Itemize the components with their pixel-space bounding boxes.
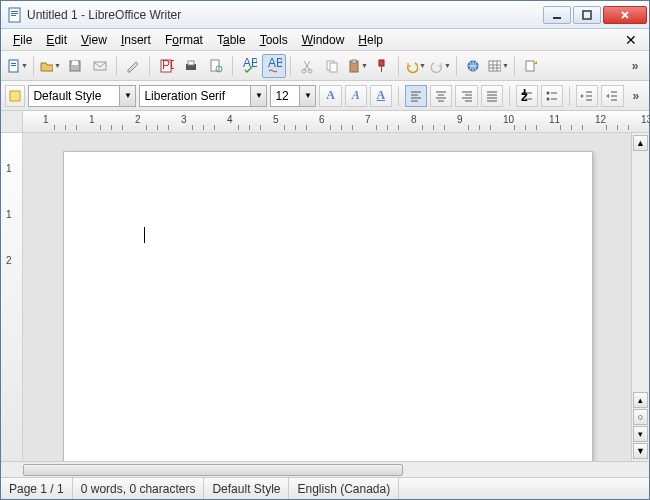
copy-button[interactable]	[320, 54, 344, 78]
status-language[interactable]: English (Canada)	[289, 478, 399, 499]
align-left-button[interactable]	[405, 85, 427, 107]
status-style[interactable]: Default Style	[204, 478, 289, 499]
open-button[interactable]: ▼	[38, 54, 62, 78]
italic-button[interactable]: A	[345, 85, 367, 107]
font-size-combo[interactable]: ▼	[270, 85, 316, 107]
window-title: Untitled 1 - LibreOffice Writer	[27, 8, 543, 22]
svg-rect-10	[72, 61, 78, 65]
svg-rect-27	[381, 66, 382, 72]
text-cursor	[144, 227, 145, 243]
page[interactable]	[63, 151, 593, 461]
close-document-button[interactable]: ✕	[619, 32, 643, 48]
ruler-mark: 8	[411, 114, 417, 125]
menu-window[interactable]: Window	[296, 31, 351, 49]
menu-file[interactable]: File	[7, 31, 38, 49]
save-button[interactable]	[63, 54, 87, 78]
underline-button[interactable]: A	[370, 85, 392, 107]
font-name-dropdown[interactable]: ▼	[250, 86, 266, 106]
menu-insert[interactable]: Insert	[115, 31, 157, 49]
horizontal-scrollbar[interactable]	[1, 461, 649, 477]
svg-rect-23	[330, 63, 337, 72]
show-draw-button[interactable]	[519, 54, 543, 78]
horizontal-ruler[interactable]: 112345678910111213	[1, 111, 649, 133]
edit-button[interactable]	[121, 54, 145, 78]
svg-rect-1	[11, 11, 18, 12]
format-paintbrush-button[interactable]	[370, 54, 394, 78]
next-page-button[interactable]: ▾	[633, 426, 648, 442]
menu-help[interactable]: Help	[352, 31, 389, 49]
cut-button[interactable]	[295, 54, 319, 78]
numbered-list-button[interactable]: 12	[516, 85, 538, 107]
menu-format[interactable]: Format	[159, 31, 209, 49]
ruler-mark: 5	[273, 114, 279, 125]
paragraph-style-combo[interactable]: ▼	[28, 85, 136, 107]
bold-button[interactable]: A	[319, 85, 341, 107]
toolbar-overflow-button[interactable]: »	[625, 59, 645, 73]
status-wordcount[interactable]: 0 words, 0 characters	[73, 478, 205, 499]
status-page[interactable]: Page 1 / 1	[1, 478, 73, 499]
svg-rect-29	[489, 61, 501, 71]
side-scroll-controls: ▲ ▴ ○ ▾ ▼	[631, 133, 649, 461]
menu-edit[interactable]: Edit	[40, 31, 73, 49]
increase-indent-button[interactable]	[601, 85, 623, 107]
hyperlink-button[interactable]	[461, 54, 485, 78]
menubar: File Edit View Insert Format Table Tools…	[1, 29, 649, 51]
paragraph-style-dropdown[interactable]: ▼	[119, 86, 135, 106]
ruler-mark: 6	[319, 114, 325, 125]
ruler-mark: 1	[43, 114, 49, 125]
bullet-list-button[interactable]	[541, 85, 563, 107]
titlebar: Untitled 1 - LibreOffice Writer	[1, 1, 649, 29]
document-area: 112 ▲ ▴ ○ ▾ ▼	[1, 133, 649, 461]
vertical-ruler[interactable]: 112	[1, 133, 23, 461]
autospellcheck-button[interactable]: ABC	[262, 54, 286, 78]
vruler-mark: 1	[6, 209, 12, 220]
align-right-button[interactable]	[455, 85, 477, 107]
vruler-mark: 1	[6, 163, 12, 174]
menu-table[interactable]: Table	[211, 31, 252, 49]
app-window: Untitled 1 - LibreOffice Writer File Edi…	[0, 0, 650, 500]
undo-button[interactable]: ▼	[403, 54, 427, 78]
paragraph-style-input[interactable]	[29, 86, 119, 106]
svg-text:2: 2	[521, 90, 528, 103]
align-justify-button[interactable]	[481, 85, 503, 107]
ruler-mark: 9	[457, 114, 463, 125]
ruler-mark: 7	[365, 114, 371, 125]
ruler-mark: 3	[181, 114, 187, 125]
svg-rect-31	[10, 91, 20, 101]
font-size-dropdown[interactable]: ▼	[299, 86, 315, 106]
new-button[interactable]: ▼	[5, 54, 29, 78]
export-pdf-button[interactable]: PDF	[154, 54, 178, 78]
redo-button[interactable]: ▼	[428, 54, 452, 78]
svg-rect-5	[583, 11, 591, 19]
font-size-input[interactable]	[271, 86, 299, 106]
prev-page-button[interactable]: ▴	[633, 392, 648, 408]
formatting-overflow-button[interactable]: »	[627, 89, 645, 103]
font-name-combo[interactable]: ▼	[139, 85, 267, 107]
spellcheck-button[interactable]: ABC	[237, 54, 261, 78]
print-button[interactable]	[179, 54, 203, 78]
statusbar: Page 1 / 1 0 words, 0 characters Default…	[1, 477, 649, 499]
maximize-button[interactable]	[573, 6, 601, 24]
ruler-mark: 1	[89, 114, 95, 125]
minimize-button[interactable]	[543, 6, 571, 24]
svg-rect-30	[526, 61, 534, 71]
page-viewport[interactable]	[23, 133, 631, 461]
writer-doc-icon	[7, 7, 23, 23]
svg-rect-16	[211, 60, 219, 71]
hscroll-thumb[interactable]	[23, 464, 403, 476]
email-button[interactable]	[88, 54, 112, 78]
close-button[interactable]	[603, 6, 647, 24]
menu-tools[interactable]: Tools	[254, 31, 294, 49]
align-center-button[interactable]	[430, 85, 452, 107]
navigation-button[interactable]: ○	[633, 409, 648, 425]
menu-view[interactable]: View	[75, 31, 113, 49]
font-name-input[interactable]	[140, 86, 250, 106]
paste-button[interactable]: ▼	[345, 54, 369, 78]
scroll-up-button[interactable]: ▲	[633, 135, 648, 151]
print-preview-button[interactable]	[204, 54, 228, 78]
decrease-indent-button[interactable]	[576, 85, 598, 107]
table-button[interactable]: ▼	[486, 54, 510, 78]
styles-window-button[interactable]	[5, 85, 25, 107]
svg-rect-3	[11, 15, 16, 16]
scroll-down-button[interactable]: ▼	[633, 443, 648, 459]
